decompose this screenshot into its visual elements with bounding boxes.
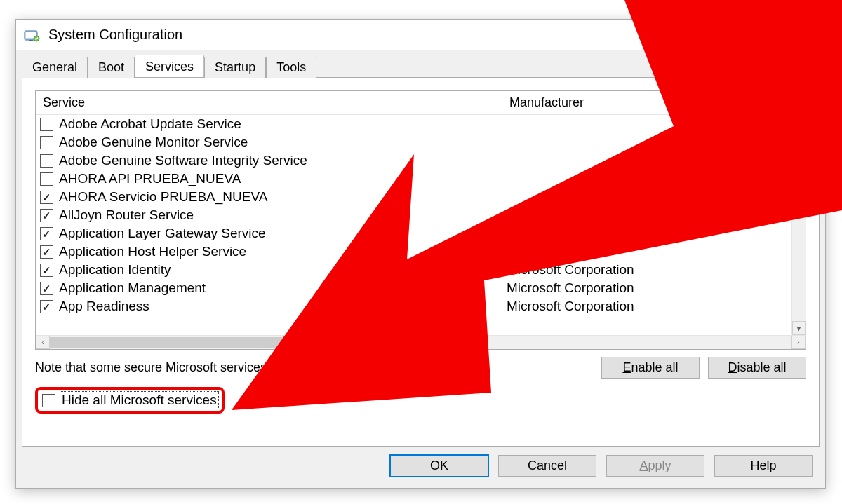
tab-label: General bbox=[32, 60, 77, 74]
service-row[interactable]: Application Host Helper Servicesoft Corp… bbox=[36, 243, 791, 261]
service-checkbox[interactable] bbox=[40, 209, 53, 222]
service-checkbox[interactable] bbox=[40, 118, 53, 131]
disable-all-button[interactable]: Disable all bbox=[708, 357, 806, 379]
window-title: System Configuration bbox=[48, 27, 182, 43]
service-manufacturer: Microsoft Corporation bbox=[507, 280, 787, 296]
scroll-left-arrow[interactable]: ‹ bbox=[36, 336, 50, 349]
service-name: Application Layer Gateway Service bbox=[59, 226, 266, 241]
column-manufacturer[interactable]: Manufacturer bbox=[502, 91, 806, 114]
secure-services-note: Note that some secure Microsoft services… bbox=[35, 360, 387, 375]
tab-services[interactable]: Services bbox=[135, 55, 204, 77]
service-manufacturer: soft Corporation bbox=[507, 244, 787, 259]
tab-strip: General Boot Services Startup Tools bbox=[16, 50, 825, 77]
service-row[interactable]: Adobe Genuine Software Integrity Service bbox=[36, 151, 791, 170]
help-button[interactable]: Help bbox=[714, 455, 813, 477]
scroll-down-arrow[interactable]: ▼ bbox=[792, 321, 806, 335]
service-manufacturer: Microsoft Corporation bbox=[507, 299, 787, 314]
ok-button[interactable]: OK bbox=[390, 455, 488, 477]
hide-microsoft-services-checkbox[interactable] bbox=[42, 394, 55, 407]
service-name: Adobe Acrobat Update Service bbox=[59, 116, 241, 132]
service-manufacturer: Corporation bbox=[507, 226, 787, 241]
cancel-button[interactable]: Cancel bbox=[498, 455, 596, 477]
service-name: Application Identity bbox=[59, 262, 171, 278]
apply-button[interactable]: Apply bbox=[606, 455, 704, 477]
service-checkbox[interactable] bbox=[40, 191, 53, 204]
service-row[interactable]: Application Layer Gateway ServiceCorpora… bbox=[36, 224, 791, 243]
service-name: AHORA Servicio PRUEBA_NUEVA bbox=[59, 189, 267, 205]
service-checkbox[interactable] bbox=[40, 227, 53, 240]
service-manufacturer: Microsoft Corporation bbox=[507, 262, 787, 278]
service-name: AHORA API PRUEBA_NUEVA bbox=[59, 171, 241, 186]
tab-label: Tools bbox=[276, 60, 306, 74]
column-service[interactable]: Service bbox=[36, 91, 502, 114]
close-button[interactable] bbox=[791, 20, 825, 50]
close-icon bbox=[803, 27, 815, 43]
tab-startup[interactable]: Startup bbox=[204, 57, 266, 78]
column-label: Service bbox=[43, 95, 85, 109]
horizontal-scrollbar[interactable]: ‹ › bbox=[36, 335, 806, 349]
hscroll-thumb[interactable] bbox=[50, 337, 457, 348]
mnemonic: E bbox=[622, 360, 631, 374]
service-row[interactable]: AHORA API PRUEBA_NUEVA bbox=[36, 170, 791, 188]
service-name: AllJoyn Router Service bbox=[59, 207, 194, 223]
service-row[interactable]: App ReadinessMicrosoft Corporation bbox=[36, 297, 791, 315]
service-row[interactable]: Adobe Acrobat Update Service bbox=[36, 115, 791, 133]
service-checkbox[interactable] bbox=[40, 172, 53, 186]
mnemonic: D bbox=[728, 360, 737, 374]
services-list-header: Service Manufacturer bbox=[36, 91, 806, 115]
enable-all-button[interactable]: Enable all bbox=[601, 357, 700, 379]
scroll-up-arrow[interactable]: ▲ bbox=[792, 115, 806, 129]
service-name: Application Host Helper Service bbox=[59, 244, 246, 259]
tab-label: Services bbox=[145, 60, 194, 74]
services-list: Service Manufacturer Adobe Acrobat Updat… bbox=[35, 90, 806, 350]
dialog-button-row: OK Cancel Apply Help bbox=[16, 447, 825, 488]
tab-tools[interactable]: Tools bbox=[266, 57, 316, 78]
vscroll-track[interactable] bbox=[792, 129, 806, 321]
hide-microsoft-services-highlight: Hide all Microsoft services bbox=[35, 387, 225, 414]
titlebar[interactable]: System Configuration bbox=[16, 20, 825, 50]
service-row[interactable]: AHORA Servicio PRUEBA_NUEVA bbox=[36, 188, 791, 206]
hide-microsoft-services-label[interactable]: Hide all Microsoft services bbox=[61, 393, 218, 408]
service-checkbox[interactable] bbox=[40, 264, 53, 277]
service-name: App Readiness bbox=[59, 299, 149, 314]
msconfig-icon bbox=[23, 27, 40, 43]
vertical-scrollbar[interactable]: ▲ ▼ bbox=[791, 115, 806, 335]
service-checkbox[interactable] bbox=[40, 154, 53, 168]
svg-rect-2 bbox=[29, 40, 33, 41]
service-name: Application Management bbox=[59, 280, 206, 296]
tab-body-services: Service Manufacturer Adobe Acrobat Updat… bbox=[22, 77, 820, 447]
service-row[interactable]: AllJoyn Router Serviceation bbox=[36, 206, 791, 224]
service-row[interactable]: Application ManagementMicrosoft Corporat… bbox=[36, 279, 791, 297]
service-checkbox[interactable] bbox=[40, 245, 53, 259]
column-label: Manufacturer bbox=[509, 95, 584, 109]
service-name: Adobe Genuine Software Integrity Service bbox=[59, 153, 307, 168]
mnemonic: A bbox=[639, 458, 648, 472]
tab-label: Startup bbox=[215, 60, 255, 74]
system-configuration-dialog: System Configuration General Boot Servic… bbox=[15, 19, 826, 489]
service-row[interactable]: Application IdentityMicrosoft Corporatio… bbox=[36, 261, 791, 279]
service-checkbox[interactable] bbox=[40, 136, 53, 149]
service-name: Adobe Genuine Monitor Service bbox=[59, 135, 248, 150]
tab-general[interactable]: General bbox=[22, 57, 88, 78]
tab-label: Boot bbox=[98, 60, 124, 74]
vscroll-thumb[interactable] bbox=[794, 129, 804, 144]
services-list-body[interactable]: Adobe Acrobat Update ServiceAdobe Genuin… bbox=[36, 115, 791, 335]
scroll-right-arrow[interactable]: › bbox=[791, 336, 806, 349]
tab-boot[interactable]: Boot bbox=[88, 57, 135, 78]
hscroll-track[interactable] bbox=[50, 336, 791, 349]
service-checkbox[interactable] bbox=[40, 300, 53, 313]
service-manufacturer: ation bbox=[507, 207, 787, 223]
service-row[interactable]: Adobe Genuine Monitor Service bbox=[36, 133, 791, 151]
service-checkbox[interactable] bbox=[40, 282, 53, 295]
